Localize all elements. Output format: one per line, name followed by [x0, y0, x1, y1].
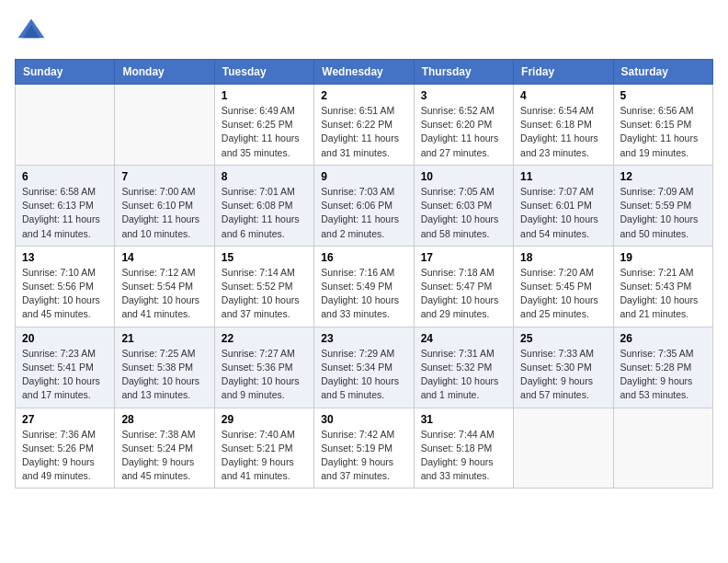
- calendar-cell: 4Sunrise: 6:54 AM Sunset: 6:18 PM Daylig…: [514, 85, 613, 166]
- weekday-header: Saturday: [613, 60, 712, 85]
- weekday-header: Monday: [115, 60, 214, 85]
- calendar-cell: 5Sunrise: 6:56 AM Sunset: 6:15 PM Daylig…: [613, 85, 712, 166]
- day-info: Sunrise: 7:44 AM Sunset: 5:18 PM Dayligh…: [421, 428, 506, 484]
- day-info: Sunrise: 7:42 AM Sunset: 5:19 PM Dayligh…: [321, 428, 406, 484]
- calendar-cell: 10Sunrise: 7:05 AM Sunset: 6:03 PM Dayli…: [414, 165, 513, 246]
- calendar-week-row: 6Sunrise: 6:58 AM Sunset: 6:13 PM Daylig…: [16, 165, 713, 246]
- calendar-cell: 9Sunrise: 7:03 AM Sunset: 6:06 PM Daylig…: [314, 165, 414, 246]
- day-info: Sunrise: 7:18 AM Sunset: 5:47 PM Dayligh…: [421, 266, 506, 322]
- day-info: Sunrise: 7:03 AM Sunset: 6:06 PM Dayligh…: [321, 185, 406, 241]
- calendar-cell: 20Sunrise: 7:23 AM Sunset: 5:41 PM Dayli…: [16, 327, 115, 408]
- day-info: Sunrise: 7:23 AM Sunset: 5:41 PM Dayligh…: [22, 347, 108, 403]
- day-info: Sunrise: 6:58 AM Sunset: 6:13 PM Dayligh…: [22, 185, 108, 241]
- day-number: 25: [520, 332, 606, 345]
- calendar-cell: 17Sunrise: 7:18 AM Sunset: 5:47 PM Dayli…: [414, 246, 513, 327]
- day-number: 21: [121, 332, 207, 345]
- day-number: 27: [22, 413, 108, 426]
- day-info: Sunrise: 7:01 AM Sunset: 6:08 PM Dayligh…: [222, 185, 307, 241]
- calendar-cell: 25Sunrise: 7:33 AM Sunset: 5:30 PM Dayli…: [514, 327, 613, 408]
- calendar-cell: 8Sunrise: 7:01 AM Sunset: 6:08 PM Daylig…: [214, 165, 313, 246]
- day-number: 11: [520, 170, 606, 183]
- day-info: Sunrise: 7:14 AM Sunset: 5:52 PM Dayligh…: [222, 266, 307, 322]
- weekday-header: Friday: [514, 60, 613, 85]
- weekday-header: Wednesday: [314, 60, 414, 85]
- calendar-cell: 14Sunrise: 7:12 AM Sunset: 5:54 PM Dayli…: [115, 246, 214, 327]
- day-info: Sunrise: 7:31 AM Sunset: 5:32 PM Dayligh…: [421, 347, 506, 403]
- day-number: 15: [222, 251, 307, 264]
- day-info: Sunrise: 7:10 AM Sunset: 5:56 PM Dayligh…: [22, 266, 108, 322]
- day-number: 6: [22, 170, 108, 183]
- day-number: 7: [121, 170, 207, 183]
- day-info: Sunrise: 7:25 AM Sunset: 5:38 PM Dayligh…: [121, 347, 207, 403]
- calendar-cell: [613, 408, 712, 488]
- day-number: 31: [421, 413, 506, 426]
- calendar-cell: 29Sunrise: 7:40 AM Sunset: 5:21 PM Dayli…: [214, 408, 313, 488]
- day-number: 13: [22, 251, 108, 264]
- day-info: Sunrise: 7:36 AM Sunset: 5:26 PM Dayligh…: [22, 428, 108, 484]
- day-info: Sunrise: 7:21 AM Sunset: 5:43 PM Dayligh…: [620, 266, 706, 322]
- calendar-week-row: 20Sunrise: 7:23 AM Sunset: 5:41 PM Dayli…: [16, 327, 713, 408]
- weekday-header: Tuesday: [214, 60, 313, 85]
- day-number: 4: [520, 89, 606, 102]
- calendar-cell: 19Sunrise: 7:21 AM Sunset: 5:43 PM Dayli…: [613, 246, 712, 327]
- day-number: 9: [321, 170, 406, 183]
- page-header: [15, 15, 713, 48]
- calendar-cell: 2Sunrise: 6:51 AM Sunset: 6:22 PM Daylig…: [314, 85, 414, 166]
- day-info: Sunrise: 7:20 AM Sunset: 5:45 PM Dayligh…: [520, 266, 606, 322]
- logo-icon: [15, 15, 48, 48]
- calendar-cell: 18Sunrise: 7:20 AM Sunset: 5:45 PM Dayli…: [514, 246, 613, 327]
- day-number: 12: [620, 170, 706, 183]
- day-number: 3: [421, 89, 506, 102]
- calendar-cell: 12Sunrise: 7:09 AM Sunset: 5:59 PM Dayli…: [613, 165, 712, 246]
- logo: [15, 15, 51, 48]
- calendar-cell: 28Sunrise: 7:38 AM Sunset: 5:24 PM Dayli…: [115, 408, 214, 488]
- day-number: 20: [22, 332, 108, 345]
- day-info: Sunrise: 7:07 AM Sunset: 6:01 PM Dayligh…: [520, 185, 606, 241]
- calendar-week-row: 27Sunrise: 7:36 AM Sunset: 5:26 PM Dayli…: [16, 408, 713, 488]
- day-number: 23: [321, 332, 406, 345]
- calendar-cell: 26Sunrise: 7:35 AM Sunset: 5:28 PM Dayli…: [613, 327, 712, 408]
- day-info: Sunrise: 7:27 AM Sunset: 5:36 PM Dayligh…: [222, 347, 307, 403]
- calendar-cell: 31Sunrise: 7:44 AM Sunset: 5:18 PM Dayli…: [414, 408, 513, 488]
- day-info: Sunrise: 7:33 AM Sunset: 5:30 PM Dayligh…: [520, 347, 606, 403]
- day-number: 26: [620, 332, 706, 345]
- day-info: Sunrise: 6:56 AM Sunset: 6:15 PM Dayligh…: [620, 104, 706, 160]
- day-number: 10: [421, 170, 506, 183]
- day-number: 18: [520, 251, 606, 264]
- day-number: 17: [421, 251, 506, 264]
- calendar-cell: 13Sunrise: 7:10 AM Sunset: 5:56 PM Dayli…: [16, 246, 115, 327]
- calendar-cell: 30Sunrise: 7:42 AM Sunset: 5:19 PM Dayli…: [314, 408, 414, 488]
- day-info: Sunrise: 7:00 AM Sunset: 6:10 PM Dayligh…: [121, 185, 207, 241]
- calendar-cell: 11Sunrise: 7:07 AM Sunset: 6:01 PM Dayli…: [514, 165, 613, 246]
- calendar-week-row: 13Sunrise: 7:10 AM Sunset: 5:56 PM Dayli…: [16, 246, 713, 327]
- day-number: 22: [222, 332, 307, 345]
- day-info: Sunrise: 7:16 AM Sunset: 5:49 PM Dayligh…: [321, 266, 406, 322]
- day-info: Sunrise: 7:12 AM Sunset: 5:54 PM Dayligh…: [121, 266, 207, 322]
- day-info: Sunrise: 6:51 AM Sunset: 6:22 PM Dayligh…: [321, 104, 406, 160]
- day-info: Sunrise: 6:54 AM Sunset: 6:18 PM Dayligh…: [520, 104, 606, 160]
- calendar-cell: [16, 85, 115, 166]
- day-number: 19: [620, 251, 706, 264]
- calendar-cell: [514, 408, 613, 488]
- calendar-header-row: SundayMondayTuesdayWednesdayThursdayFrid…: [16, 60, 713, 85]
- day-info: Sunrise: 6:49 AM Sunset: 6:25 PM Dayligh…: [222, 104, 307, 160]
- day-number: 5: [620, 89, 706, 102]
- day-number: 8: [222, 170, 307, 183]
- day-info: Sunrise: 7:35 AM Sunset: 5:28 PM Dayligh…: [620, 347, 706, 403]
- calendar-cell: [115, 85, 214, 166]
- day-number: 1: [222, 89, 307, 102]
- calendar-cell: 3Sunrise: 6:52 AM Sunset: 6:20 PM Daylig…: [414, 85, 513, 166]
- day-info: Sunrise: 7:29 AM Sunset: 5:34 PM Dayligh…: [321, 347, 406, 403]
- day-number: 14: [121, 251, 207, 264]
- day-number: 24: [421, 332, 506, 345]
- day-number: 16: [321, 251, 406, 264]
- calendar-cell: 22Sunrise: 7:27 AM Sunset: 5:36 PM Dayli…: [214, 327, 313, 408]
- calendar-cell: 15Sunrise: 7:14 AM Sunset: 5:52 PM Dayli…: [214, 246, 313, 327]
- day-number: 30: [321, 413, 406, 426]
- weekday-header: Thursday: [414, 60, 513, 85]
- calendar-cell: 7Sunrise: 7:00 AM Sunset: 6:10 PM Daylig…: [115, 165, 214, 246]
- day-number: 28: [121, 413, 207, 426]
- calendar-cell: 6Sunrise: 6:58 AM Sunset: 6:13 PM Daylig…: [16, 165, 115, 246]
- day-info: Sunrise: 7:40 AM Sunset: 5:21 PM Dayligh…: [222, 428, 307, 484]
- day-info: Sunrise: 6:52 AM Sunset: 6:20 PM Dayligh…: [421, 104, 506, 160]
